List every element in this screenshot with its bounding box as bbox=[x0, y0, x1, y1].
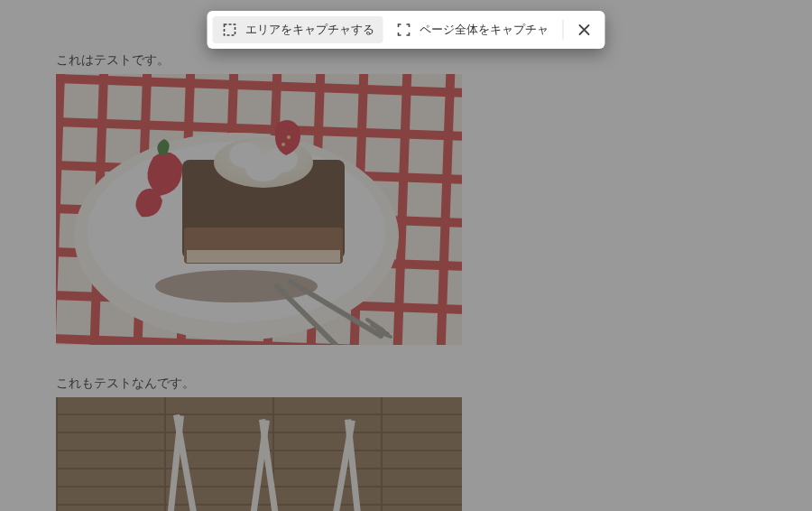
section-caption: これもテストなんです。 bbox=[56, 376, 812, 392]
section-caption: これはテストです。 bbox=[56, 52, 812, 69]
crop-area-icon bbox=[222, 22, 238, 38]
fullpage-icon bbox=[396, 22, 412, 38]
close-button[interactable] bbox=[569, 16, 600, 43]
capture-fullpage-button[interactable]: ページ全体をキャプチャ bbox=[387, 16, 558, 43]
page-content: これはテストです。 bbox=[0, 0, 812, 511]
toolbar-divider bbox=[563, 20, 564, 40]
svg-rect-8 bbox=[187, 250, 340, 263]
svg-point-14 bbox=[281, 143, 285, 146]
content-section: これもテストなんです。 bbox=[56, 376, 812, 511]
button-label: エリアをキャプチャする bbox=[245, 22, 374, 38]
svg-point-12 bbox=[245, 156, 281, 181]
content-image bbox=[56, 74, 462, 345]
svg-point-13 bbox=[287, 135, 291, 139]
content-image bbox=[56, 397, 462, 511]
content-section: これはテストです。 bbox=[56, 52, 812, 345]
capture-area-button[interactable]: エリアをキャプチャする bbox=[213, 16, 383, 43]
screenshot-toolbar: エリアをキャプチャする ページ全体をキャプチャ bbox=[208, 11, 605, 49]
svg-rect-33 bbox=[225, 24, 235, 35]
button-label: ページ全体をキャプチャ bbox=[420, 22, 549, 38]
close-icon bbox=[577, 22, 593, 38]
